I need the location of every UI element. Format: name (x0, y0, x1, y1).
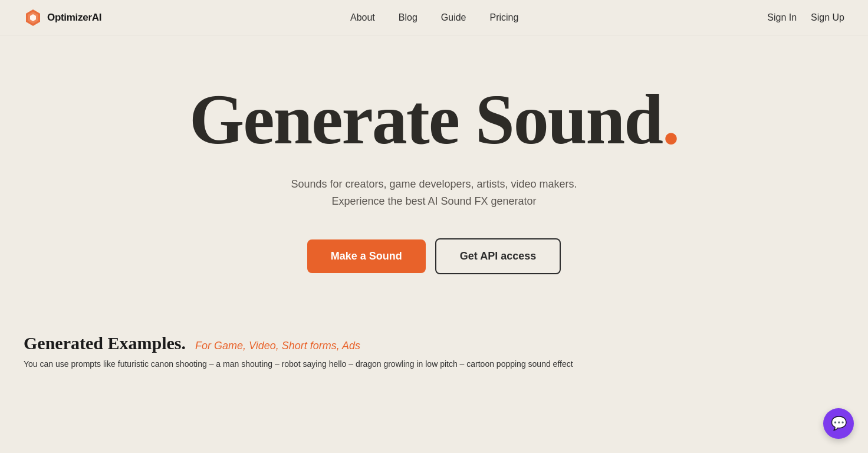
hero-buttons: Make a Sound Get API access (307, 238, 561, 274)
hero-subtitle-line2: Experience the best AI Sound FX generato… (331, 195, 536, 207)
get-api-access-button[interactable]: Get API access (435, 238, 561, 274)
hero-title-text: Generate Sound (189, 80, 662, 159)
hero-subtitle-line1: Sounds for creators, game developers, ar… (291, 178, 577, 190)
chat-icon: 💬 (831, 416, 847, 431)
sign-up-link[interactable]: Sign Up (811, 12, 844, 23)
examples-subtitle: For Game, Video, Short forms, Ads (195, 340, 360, 352)
nav-blog[interactable]: Blog (399, 12, 417, 23)
navbar-links: About Blog Guide Pricing (350, 12, 518, 23)
logo-icon (24, 8, 42, 27)
logo-text: OptimizerAI (47, 12, 101, 24)
nav-guide[interactable]: Guide (441, 12, 466, 23)
examples-heading: Generated Examples. (24, 333, 186, 353)
navbar-logo-area: OptimizerAI (24, 8, 101, 27)
hero-title-dot: . (662, 80, 679, 159)
nav-about[interactable]: About (350, 12, 375, 23)
sign-in-link[interactable]: Sign In (767, 12, 797, 23)
navbar: OptimizerAI About Blog Guide Pricing Sig… (0, 0, 868, 35)
chat-button[interactable]: 💬 (823, 408, 854, 439)
hero-title: Generate Sound. (189, 83, 679, 157)
examples-prompts: futuristic canon shooting – a man shouti… (118, 359, 573, 369)
examples-description-prefix: You can use prompts like (24, 359, 118, 369)
examples-title-row: Generated Examples. For Game, Video, Sho… (24, 333, 844, 353)
make-sound-button[interactable]: Make a Sound (307, 239, 426, 273)
navbar-auth: Sign In Sign Up (767, 12, 844, 23)
hero-subtitle: Sounds for creators, game developers, ar… (291, 176, 577, 210)
nav-pricing[interactable]: Pricing (490, 12, 519, 23)
examples-description: You can use prompts like futuristic cano… (24, 358, 844, 370)
examples-section: Generated Examples. For Game, Video, Sho… (0, 310, 868, 382)
hero-section: Generate Sound. Sounds for creators, gam… (0, 35, 868, 310)
